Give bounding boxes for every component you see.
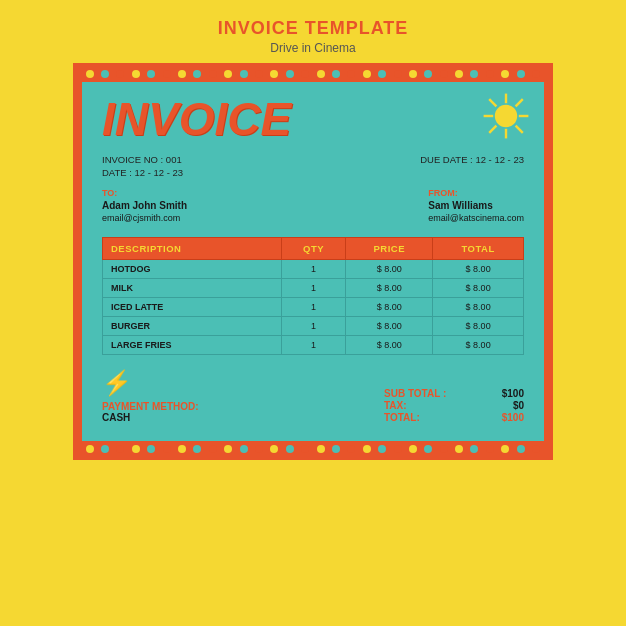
dot xyxy=(209,70,217,78)
svg-line-5 xyxy=(489,99,496,106)
lightning-icon: ⚡ xyxy=(102,369,132,397)
meta-left: INVOICE NO : 001 DATE : 12 - 12 - 23 xyxy=(102,154,183,178)
table-cell-total: $ 8.00 xyxy=(433,336,524,355)
dot xyxy=(424,445,432,453)
tax-row: TAX: $0 xyxy=(384,400,524,411)
dot xyxy=(224,70,232,78)
dot xyxy=(470,445,478,453)
subtotal-label: SUB TOTAL : xyxy=(384,388,446,399)
invoice-date: DATE : 12 - 12 - 23 xyxy=(102,167,183,178)
table-header-qty: QTY xyxy=(281,238,345,260)
dot xyxy=(440,70,448,78)
dot xyxy=(163,70,171,78)
dot xyxy=(116,445,124,453)
dot xyxy=(301,445,309,453)
dot xyxy=(332,445,340,453)
dot xyxy=(240,445,248,453)
dot xyxy=(363,445,371,453)
total-value: $100 xyxy=(502,412,524,423)
dot xyxy=(255,445,263,453)
table-row: ICED LATTE1$ 8.00$ 8.00 xyxy=(103,298,524,317)
invoice-card: INVOICE INVOICE NO : 001 DATE : 12 - 12 … xyxy=(73,63,553,460)
invoice-no: INVOICE NO : 001 xyxy=(102,154,183,165)
dot xyxy=(440,445,448,453)
to-from-section: TO: Adam John Smith email@cjsmith.com FR… xyxy=(102,188,524,223)
table-cell-description: BURGER xyxy=(103,317,282,336)
svg-point-0 xyxy=(495,105,517,127)
table-cell-price: $ 8.00 xyxy=(346,317,433,336)
dot xyxy=(209,445,217,453)
tax-value: $0 xyxy=(513,400,524,411)
due-date: DUE DATE : 12 - 12 - 23 xyxy=(420,154,524,165)
from-email: email@katscinema.com xyxy=(428,213,524,223)
table-cell-description: ICED LATTE xyxy=(103,298,282,317)
dot xyxy=(532,70,540,78)
payment-label: PAYMENT METHOD: xyxy=(102,401,199,412)
dot xyxy=(193,445,201,453)
table-header-total: TOTAL xyxy=(433,238,524,260)
dot xyxy=(270,70,278,78)
dot xyxy=(132,70,140,78)
dot xyxy=(455,445,463,453)
dot xyxy=(332,70,340,78)
dot xyxy=(132,445,140,453)
subtotal-value: $100 xyxy=(502,388,524,399)
table-cell-price: $ 8.00 xyxy=(346,298,433,317)
dot xyxy=(255,70,263,78)
from-header: FROM: xyxy=(428,188,524,198)
dot xyxy=(517,70,525,78)
dot xyxy=(347,445,355,453)
table-cell-total: $ 8.00 xyxy=(433,260,524,279)
dot xyxy=(147,70,155,78)
page-title: INVOICE TEMPLATE xyxy=(218,18,409,39)
dot xyxy=(163,445,171,453)
dot xyxy=(501,70,509,78)
invoice-title: INVOICE xyxy=(102,96,524,142)
svg-line-6 xyxy=(516,126,523,133)
table-cell-qty: 1 xyxy=(281,260,345,279)
dot xyxy=(363,70,371,78)
table-row: BURGER1$ 8.00$ 8.00 xyxy=(103,317,524,336)
dot xyxy=(301,70,309,78)
dot xyxy=(394,445,402,453)
page-header: INVOICE TEMPLATE Drive in Cinema xyxy=(218,0,409,63)
dot xyxy=(532,445,540,453)
from-name: Sam Williams xyxy=(428,200,524,211)
table-cell-price: $ 8.00 xyxy=(346,336,433,355)
dot xyxy=(286,70,294,78)
dot xyxy=(116,70,124,78)
table-cell-total: $ 8.00 xyxy=(433,298,524,317)
dot xyxy=(486,445,494,453)
invoice-table: DESCRIPTIONQTYPRICETOTAL HOTDOG1$ 8.00$ … xyxy=(102,237,524,355)
dot xyxy=(378,70,386,78)
table-row: HOTDOG1$ 8.00$ 8.00 xyxy=(103,260,524,279)
svg-line-7 xyxy=(516,99,523,106)
table-cell-qty: 1 xyxy=(281,298,345,317)
dot xyxy=(178,70,186,78)
table-cell-price: $ 8.00 xyxy=(346,279,433,298)
svg-line-8 xyxy=(489,126,496,133)
bottom-section: ⚡ PAYMENT METHOD: CASH SUB TOTAL : $100 … xyxy=(102,369,524,423)
dot xyxy=(193,70,201,78)
total-row: TOTAL: $100 xyxy=(384,412,524,423)
table-row: LARGE FRIES1$ 8.00$ 8.00 xyxy=(103,336,524,355)
dot xyxy=(101,445,109,453)
dot xyxy=(101,70,109,78)
meta-section: INVOICE NO : 001 DATE : 12 - 12 - 23 DUE… xyxy=(102,154,524,178)
table-cell-description: MILK xyxy=(103,279,282,298)
dot xyxy=(470,70,478,78)
table-header-price: PRICE xyxy=(346,238,433,260)
table-cell-description: HOTDOG xyxy=(103,260,282,279)
table-cell-total: $ 8.00 xyxy=(433,279,524,298)
dot xyxy=(501,445,509,453)
to-name: Adam John Smith xyxy=(102,200,187,211)
dot xyxy=(270,445,278,453)
table-cell-qty: 1 xyxy=(281,279,345,298)
payment-section: ⚡ PAYMENT METHOD: CASH xyxy=(102,369,199,423)
dot xyxy=(394,70,402,78)
total-label: TOTAL: xyxy=(384,412,420,423)
subtotal-row: SUB TOTAL : $100 xyxy=(384,388,524,399)
to-header: TO: xyxy=(102,188,187,198)
meta-right: DUE DATE : 12 - 12 - 23 xyxy=(420,154,524,178)
totals-section: SUB TOTAL : $100 TAX: $0 TOTAL: $100 xyxy=(384,388,524,423)
